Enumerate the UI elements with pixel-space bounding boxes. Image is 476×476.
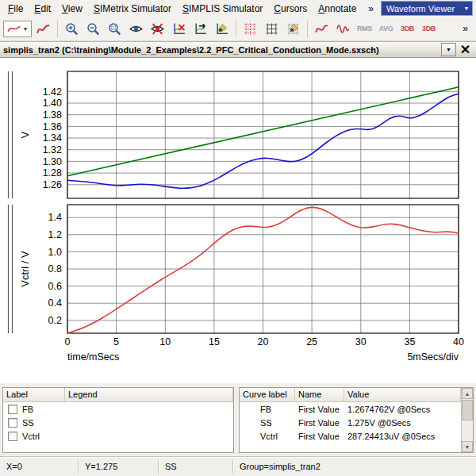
svg-text:15: 15	[209, 336, 220, 347]
toolbar-overflow-chevron[interactable]: »	[457, 21, 474, 36]
toolbar-separator	[307, 21, 308, 37]
curve-checkbox[interactable]	[8, 405, 17, 414]
grid-edit-icon	[286, 22, 300, 36]
grid-major-button[interactable]	[262, 19, 282, 39]
curve-style-dropdown[interactable]: ▼	[3, 21, 32, 37]
axis-edit-icon	[215, 22, 228, 36]
svg-text:1.34: 1.34	[43, 132, 62, 144]
scroll-up-icon[interactable]: ▲	[462, 388, 473, 399]
menu-simetrix[interactable]: SIMetrix Simulator	[88, 1, 177, 17]
menu-annotate[interactable]: Annotate	[313, 1, 362, 17]
show-curves-button[interactable]	[126, 19, 146, 39]
x-div-label: 5mSecs/div	[407, 351, 459, 363]
column-header[interactable]: Legend	[65, 388, 233, 401]
curve-checkbox[interactable]	[8, 418, 17, 428]
chevron-down-icon[interactable]: ▼	[461, 6, 472, 11]
svg-text:10: 10	[159, 336, 171, 347]
add-curve-button[interactable]	[33, 19, 53, 39]
menu-view[interactable]: View	[56, 1, 88, 17]
rms-button[interactable]: RMS	[355, 19, 374, 39]
column-header[interactable]: Value	[344, 388, 461, 401]
svg-text:5: 5	[113, 336, 119, 347]
zoom-area-button[interactable]	[105, 19, 125, 39]
svg-text:1.4: 1.4	[48, 212, 62, 223]
svg-text:1.26: 1.26	[43, 179, 62, 190]
menu-file[interactable]: File	[2, 1, 29, 17]
curve-wave-icon	[336, 22, 350, 36]
menu-overflow-chevron[interactable]: »	[363, 2, 378, 16]
graph-window-titlebar: simplis_tran2 (C:\training\Module_2_Exam…	[0, 41, 476, 58]
svg-text:1.40: 1.40	[43, 98, 62, 109]
menu-simplis[interactable]: SIMPLIS Simulator	[177, 1, 268, 17]
curve-smooth-icon	[315, 22, 328, 36]
svg-text:1.30: 1.30	[43, 156, 62, 167]
edit-grid-button[interactable]	[283, 19, 303, 39]
3db-point-button[interactable]: 3DB	[397, 19, 417, 39]
legend-row-vctrl[interactable]: Vctrl	[3, 429, 233, 443]
menu-edit[interactable]: Edit	[29, 1, 56, 17]
column-header[interactable]: Label	[3, 388, 65, 401]
eye-off-icon	[151, 22, 164, 36]
axis-delete-icon	[172, 22, 186, 36]
zoom-area-icon	[108, 22, 121, 36]
measurement-panel: Curve labelNameValueFBFirst Value1.26747…	[239, 387, 474, 453]
svg-text:1.28: 1.28	[43, 167, 62, 178]
svg-text:0.8: 0.8	[48, 263, 62, 274]
smooth-curve-button[interactable]	[312, 19, 332, 39]
hide-curves-button[interactable]	[148, 19, 167, 39]
grid-dark-icon	[265, 22, 278, 36]
svg-text:30: 30	[355, 336, 367, 347]
3db-bandwidth-button-label: 3DB	[422, 25, 436, 33]
titlebar-dropdown-button[interactable]: ▼	[441, 43, 456, 56]
measurement-row[interactable]: VctrlFirst Value287.24413uV @0Secs	[240, 429, 461, 443]
measurement-value: 1.2674762V @0Secs	[344, 405, 461, 414]
zoom-out-icon	[86, 22, 100, 36]
x-tick-labels: 0510152025303540	[65, 336, 464, 347]
svg-text:1.36: 1.36	[43, 121, 62, 132]
svg-text:1.32: 1.32	[43, 144, 62, 155]
viewer-selector-combo[interactable]: Waveform Viewer ▼	[381, 1, 473, 16]
measurement-name: First Value	[295, 418, 344, 428]
legend-header: LabelLegend	[3, 388, 233, 402]
3db-point-button-label: 3DB	[401, 25, 414, 33]
grid-minor-button[interactable]	[240, 19, 260, 39]
waveform-viewer-window: FileEditViewSIMetrix SimulatorSIMPLIS Si…	[0, 0, 476, 476]
toolbar-separator	[57, 21, 58, 37]
measurement-row[interactable]: FBFirst Value1.2674762V @0Secs	[240, 402, 461, 416]
menu-cursors[interactable]: Cursors	[268, 1, 313, 17]
legend-row-fb[interactable]: FB	[3, 402, 233, 416]
scrollbar-thumb[interactable]	[462, 400, 473, 420]
edit-axis-button[interactable]	[212, 19, 232, 39]
frequency-curve-button[interactable]	[333, 19, 353, 39]
measurement-row[interactable]: SSFirst Value1.275V @0Secs	[240, 416, 461, 429]
waveform-plot-area[interactable]: 1.261.281.301.321.341.361.381.401.42V0.2…	[0, 58, 476, 383]
delete-axis-button[interactable]	[169, 19, 189, 39]
column-header[interactable]: Curve label	[240, 388, 295, 401]
avg-button[interactable]: AVG	[376, 19, 396, 39]
column-header[interactable]: Name	[295, 388, 344, 401]
measurement-scrollbar[interactable]: ▲ ▼	[461, 388, 473, 452]
y-axis-label: Vctrl / V	[19, 251, 31, 287]
svg-text:0: 0	[65, 336, 71, 347]
titlebar-close-button[interactable]: ✕	[458, 43, 473, 56]
x-axis-label: time/mSecs	[67, 351, 119, 363]
measurement-value: 1.275V @0Secs	[344, 418, 461, 428]
measurement-name: First Value	[295, 405, 344, 414]
add-axis-button[interactable]	[190, 19, 210, 39]
zoom-in-button[interactable]	[62, 19, 82, 39]
measurement-name: First Value	[295, 432, 344, 441]
plots-svg: 1.261.281.301.321.341.361.381.401.42V0.2…	[0, 58, 476, 383]
legend-row-ss[interactable]: SS	[3, 416, 233, 429]
measurement-curve-label: SS	[240, 418, 295, 428]
chevron-down-icon[interactable]: ▼	[23, 26, 29, 32]
zoom-out-button[interactable]	[83, 19, 103, 39]
curve-checkbox[interactable]	[8, 432, 17, 441]
status-curve-name: SS	[159, 459, 233, 474]
3db-bandwidth-button[interactable]: 3DB	[419, 19, 439, 39]
curve-label: Vctrl	[22, 432, 40, 441]
measurement-value: 287.24413uV @0Secs	[344, 432, 461, 441]
scroll-down-icon[interactable]: ▼	[462, 441, 473, 452]
measurement-curve-label: FB	[240, 405, 295, 414]
statusbar: X=0Y=1.275SSGroup=simplis_tran2	[0, 456, 476, 476]
toolbar: ▼RMSAVG3DB3DB»	[0, 17, 476, 41]
